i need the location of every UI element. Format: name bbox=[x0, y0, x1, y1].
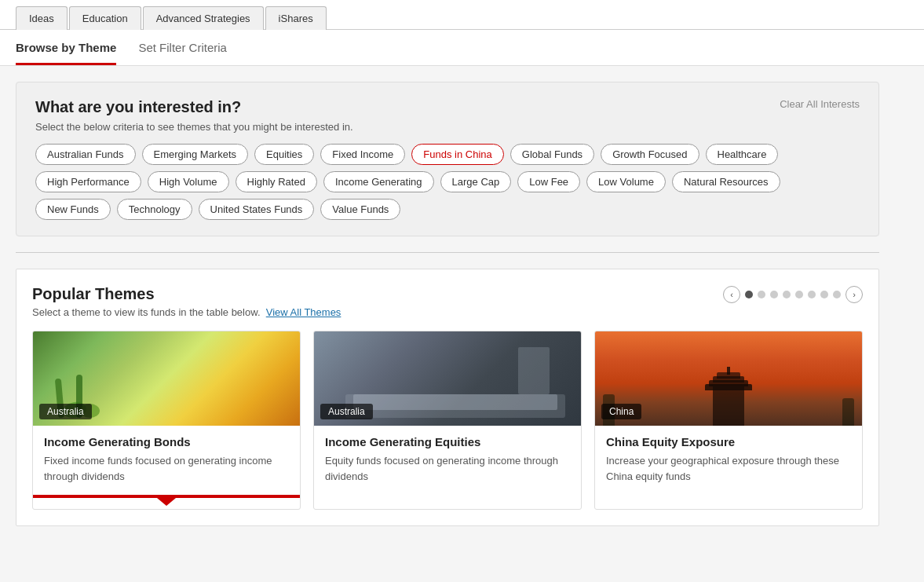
carousel-dot-4[interactable] bbox=[783, 291, 791, 298]
carousel-dot-3[interactable] bbox=[770, 291, 778, 298]
tab-ideas[interactable]: Ideas bbox=[16, 6, 68, 30]
tag-emerging-markets[interactable]: Emerging Markets bbox=[142, 144, 248, 165]
section-divider bbox=[16, 252, 879, 253]
card-1-description: Fixed income funds focused on generating… bbox=[44, 453, 289, 484]
subnav-set-filter-criteria[interactable]: Set Filter Criteria bbox=[138, 30, 227, 65]
card-3-description: Increase your geographical exposure thro… bbox=[606, 453, 851, 484]
tag-growth-focused[interactable]: Growth Focused bbox=[601, 144, 699, 165]
top-navigation: Ideas Education Advanced Strategies iSha… bbox=[0, 0, 924, 30]
tab-advanced-strategies[interactable]: Advanced Strategies bbox=[143, 6, 264, 30]
tag-healthcare[interactable]: Healthcare bbox=[706, 144, 779, 165]
tag-technology[interactable]: Technology bbox=[117, 199, 192, 220]
tag-equities[interactable]: Equities bbox=[254, 144, 314, 165]
tag-value-funds[interactable]: Value Funds bbox=[320, 199, 400, 220]
popular-themes-subtitle: Select a theme to view its funds in the … bbox=[32, 306, 261, 318]
card-3-body: China Equity Exposure Increase your geog… bbox=[595, 426, 862, 495]
theme-card-income-equities[interactable]: Australia Income Generating Equities Equ… bbox=[313, 331, 582, 510]
popular-themes-title: Popular Themes bbox=[32, 285, 155, 303]
card-2-body: Income Generating Equities Equity funds … bbox=[314, 426, 581, 495]
interests-panel: What are you interested in? Select the b… bbox=[16, 82, 879, 236]
card-3-title: China Equity Exposure bbox=[606, 435, 851, 448]
card-1-arrow bbox=[33, 498, 300, 509]
tag-highly-rated[interactable]: Highly Rated bbox=[236, 171, 317, 192]
carousel-dot-2[interactable] bbox=[758, 291, 765, 298]
card-image-2: Australia bbox=[314, 331, 581, 426]
card-image-1: Australia bbox=[33, 331, 300, 426]
tag-new-funds[interactable]: New Funds bbox=[35, 199, 111, 220]
carousel-dot-1[interactable] bbox=[745, 291, 753, 298]
interests-subtitle: Select the below criteria to see themes … bbox=[35, 121, 353, 133]
carousel-dot-6[interactable] bbox=[808, 291, 816, 298]
theme-card-income-bonds[interactable]: Australia Income Generating Bonds Fixed … bbox=[32, 331, 301, 510]
tag-high-volume[interactable]: High Volume bbox=[148, 171, 229, 192]
carousel-dot-8[interactable] bbox=[833, 291, 841, 298]
clear-all-interests[interactable]: Clear All Interests bbox=[780, 98, 860, 110]
tag-australian-funds[interactable]: Australian Funds bbox=[35, 144, 136, 165]
tag-funds-in-china[interactable]: Funds in China bbox=[411, 144, 503, 165]
tag-low-volume[interactable]: Low Volume bbox=[586, 171, 666, 192]
card-1-body: Income Generating Bonds Fixed income fun… bbox=[33, 426, 300, 495]
carousel-next[interactable]: › bbox=[845, 286, 863, 303]
card-2-description: Equity funds focused on generating incom… bbox=[325, 453, 570, 484]
carousel-controls: ‹ › bbox=[723, 286, 863, 303]
tag-fixed-income[interactable]: Fixed Income bbox=[320, 144, 405, 165]
tag-natural-resources[interactable]: Natural Resources bbox=[672, 171, 780, 192]
card-1-title: Income Generating Bonds bbox=[44, 435, 289, 448]
carousel-prev[interactable]: ‹ bbox=[723, 286, 740, 303]
tag-low-fee[interactable]: Low Fee bbox=[517, 171, 580, 192]
card-image-3: China bbox=[595, 331, 862, 426]
card-2-badge: Australia bbox=[320, 404, 373, 419]
tags-container: Australian FundsEmerging MarketsEquities… bbox=[35, 144, 860, 220]
card-2-title: Income Generating Equities bbox=[325, 435, 570, 448]
tag-large-cap[interactable]: Large Cap bbox=[440, 171, 512, 192]
carousel-dot-5[interactable] bbox=[795, 291, 803, 298]
tab-education[interactable]: Education bbox=[69, 6, 141, 30]
popular-themes-section: Popular Themes ‹ › Select a theme to vie… bbox=[16, 269, 879, 526]
tag-income-generating[interactable]: Income Generating bbox=[323, 171, 434, 192]
theme-cards-container: Australia Income Generating Bonds Fixed … bbox=[32, 331, 863, 510]
main-content: What are you interested in? Select the b… bbox=[0, 66, 895, 542]
card-3-badge: China bbox=[601, 404, 641, 419]
card-1-badge: Australia bbox=[39, 404, 92, 419]
interests-title: What are you interested in? bbox=[35, 98, 353, 116]
carousel-dot-7[interactable] bbox=[820, 291, 828, 298]
theme-card-china-equity[interactable]: China China Equity Exposure Increase you… bbox=[594, 331, 863, 510]
tag-high-performance[interactable]: High Performance bbox=[35, 171, 141, 192]
sub-navigation: Browse by Theme Set Filter Criteria bbox=[0, 30, 924, 66]
tab-ishares[interactable]: iShares bbox=[265, 6, 327, 30]
tag-global-funds[interactable]: Global Funds bbox=[510, 144, 594, 165]
subnav-browse-by-theme[interactable]: Browse by Theme bbox=[16, 30, 116, 65]
view-all-themes-link[interactable]: View All Themes bbox=[266, 306, 341, 318]
tag-united-states-funds[interactable]: United States Funds bbox=[199, 199, 315, 220]
